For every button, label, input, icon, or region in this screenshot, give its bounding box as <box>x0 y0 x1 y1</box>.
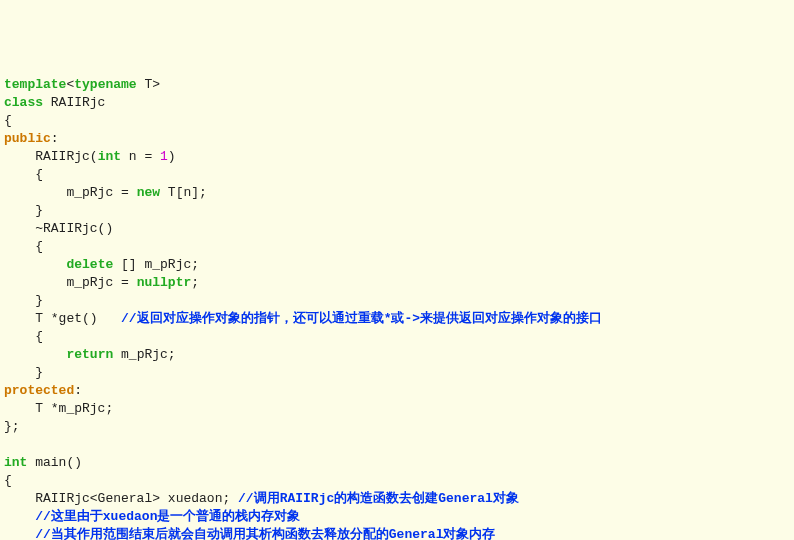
comment: //调用RAIIRjc的构造函数去创建General对象 <box>238 491 519 506</box>
colon: : <box>74 383 82 398</box>
param: n = <box>121 149 160 164</box>
brace-close: } <box>4 293 43 308</box>
stmt: RAIIRjc<General> xuedaon; <box>4 491 238 506</box>
brace-close: }; <box>4 419 20 434</box>
stmt: T[n]; <box>160 185 207 200</box>
brace-open: { <box>4 329 43 344</box>
kw-public: public <box>4 131 51 146</box>
brace-open: { <box>4 473 12 488</box>
brace-open: { <box>4 239 43 254</box>
indent <box>4 509 35 524</box>
num-literal: 1 <box>160 149 168 164</box>
class-name: RAIIRjc <box>43 95 105 110</box>
comment: //返回对应操作对象的指针，还可以通过重载*或->来提供返回对应操作对象的接口 <box>121 311 602 326</box>
ctor-decl: RAIIRjc( <box>4 149 98 164</box>
kw-template: template <box>4 77 66 92</box>
type-param: T <box>137 77 153 92</box>
comment: //这里由于xuedaon是一个普通的栈内存对象 <box>35 509 300 524</box>
kw-new: new <box>137 185 160 200</box>
kw-int: int <box>98 149 121 164</box>
semi: ; <box>191 275 199 290</box>
colon: : <box>51 131 59 146</box>
kw-typename: typename <box>74 77 136 92</box>
indent <box>4 257 66 272</box>
indent <box>4 347 66 362</box>
kw-int: int <box>4 455 27 470</box>
member-decl: T *m_pRjc; <box>4 401 113 416</box>
angle-close: > <box>152 77 160 92</box>
stmt: m_pRjc; <box>113 347 175 362</box>
kw-protected: protected <box>4 383 74 398</box>
kw-delete: delete <box>66 257 113 272</box>
main-decl: main() <box>27 455 82 470</box>
kw-nullptr: nullptr <box>137 275 192 290</box>
code-block: template<typename T> class RAIIRjc { pub… <box>4 76 790 540</box>
dtor-decl: ~RAIIRjc() <box>4 221 113 236</box>
brace-close: } <box>4 203 43 218</box>
kw-class: class <box>4 95 43 110</box>
comment: //当其作用范围结束后就会自动调用其析构函数去释放分配的General对象内存 <box>35 527 495 540</box>
kw-return: return <box>66 347 113 362</box>
method-decl: T *get() <box>4 311 121 326</box>
stmt: [] m_pRjc; <box>113 257 199 272</box>
brace-open: { <box>4 113 12 128</box>
brace-open: { <box>4 167 43 182</box>
paren-close: ) <box>168 149 176 164</box>
stmt: m_pRjc = <box>4 275 137 290</box>
indent <box>4 527 35 540</box>
stmt: m_pRjc = <box>4 185 137 200</box>
brace-close: } <box>4 365 43 380</box>
